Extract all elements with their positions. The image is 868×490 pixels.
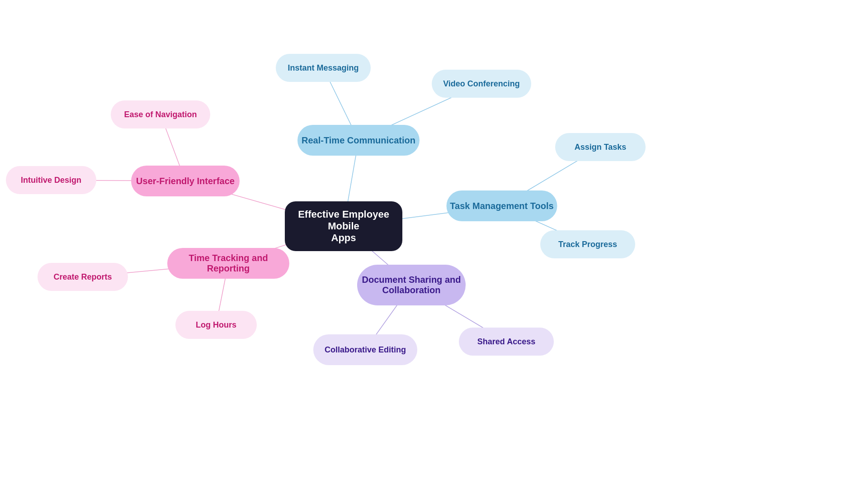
track-progress-node[interactable]: Track Progress	[540, 230, 635, 258]
intuitive-design-node[interactable]: Intuitive Design	[6, 166, 96, 194]
time-tracking-label: Time Tracking and Reporting	[167, 253, 289, 274]
intuitive-design-label: Intuitive Design	[21, 176, 81, 185]
task-management-tools-label: Task Management Tools	[450, 201, 553, 211]
center-node[interactable]: Effective Employee Mobile Apps	[285, 201, 402, 251]
ease-of-navigation-label: Ease of Navigation	[124, 110, 197, 119]
real-time-communication-node[interactable]: Real-Time Communication	[297, 125, 420, 156]
center-node-label: Effective Employee Mobile Apps	[285, 209, 402, 244]
collaborative-editing-label: Collaborative Editing	[325, 345, 406, 355]
create-reports-node[interactable]: Create Reports	[38, 263, 128, 291]
user-friendly-interface-node[interactable]: User-Friendly Interface	[131, 166, 240, 196]
real-time-communication-label: Real-Time Communication	[302, 135, 415, 146]
create-reports-label: Create Reports	[53, 272, 112, 282]
assign-tasks-node[interactable]: Assign Tasks	[555, 133, 646, 161]
collaborative-editing-node[interactable]: Collaborative Editing	[313, 334, 417, 365]
assign-tasks-label: Assign Tasks	[575, 143, 627, 152]
shared-access-node[interactable]: Shared Access	[459, 328, 554, 356]
track-progress-label: Track Progress	[558, 240, 617, 249]
log-hours-node[interactable]: Log Hours	[175, 311, 257, 339]
task-management-tools-node[interactable]: Task Management Tools	[447, 190, 557, 221]
shared-access-label: Shared Access	[477, 337, 535, 347]
video-conferencing-node[interactable]: Video Conferencing	[432, 70, 531, 98]
log-hours-label: Log Hours	[196, 320, 236, 330]
instant-messaging-node[interactable]: Instant Messaging	[276, 54, 371, 82]
video-conferencing-label: Video Conferencing	[443, 79, 520, 89]
ease-of-navigation-node[interactable]: Ease of Navigation	[111, 100, 210, 128]
document-sharing-node[interactable]: Document Sharing and Collaboration	[357, 265, 466, 305]
document-sharing-label: Document Sharing and Collaboration	[362, 275, 461, 295]
user-friendly-interface-label: User-Friendly Interface	[136, 176, 235, 186]
instant-messaging-label: Instant Messaging	[288, 63, 359, 73]
time-tracking-node[interactable]: Time Tracking and Reporting	[167, 248, 289, 279]
